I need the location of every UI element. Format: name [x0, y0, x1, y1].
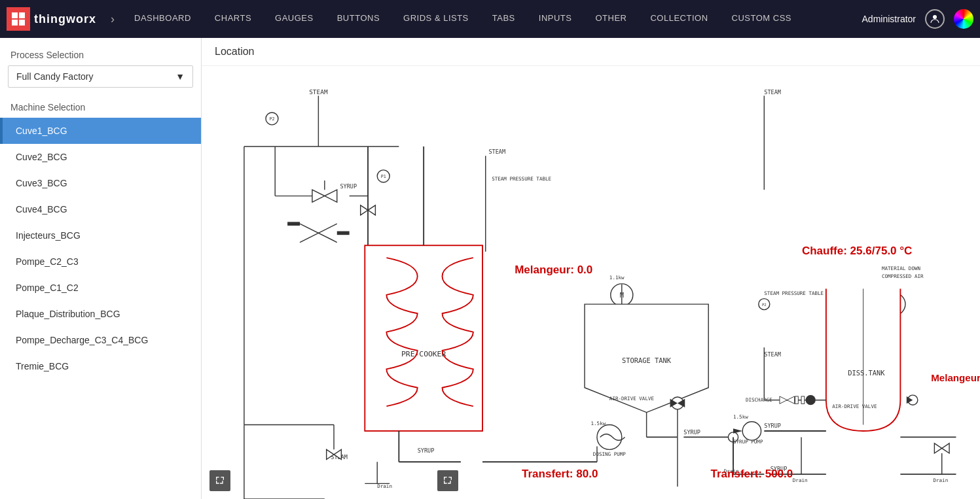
svg-rect-29: [287, 222, 300, 226]
svg-text:Melangeur: 35.0: Melangeur: 35.0: [931, 372, 980, 383]
svg-rect-0: [12, 12, 18, 18]
schematic-container: STEAM P2 SYRUP: [202, 66, 980, 499]
color-wheel-icon[interactable]: [954, 9, 973, 29]
nav-inputs[interactable]: INPUTS: [527, 0, 584, 38]
fullscreen-button-2[interactable]: [437, 470, 458, 491]
svg-text:P2: P2: [762, 303, 767, 307]
sidebar-item-plaque-distrib[interactable]: Plaque_Distribution_BCG: [0, 301, 201, 327]
nav-username: Administrator: [862, 14, 916, 24]
expand-icon-2: [443, 475, 453, 486]
nav-grids-lists[interactable]: GRIDS & LISTS: [391, 0, 481, 38]
svg-text:STEAM: STEAM: [488, 148, 505, 155]
nav-collection[interactable]: COLLECTION: [638, 0, 719, 38]
expand-icon: [215, 475, 225, 486]
svg-text:1.1kw: 1.1kw: [609, 275, 625, 281]
process-dropdown-container: Full Candy Factory ▼: [0, 65, 201, 95]
svg-text:MATERIAL DOWN: MATERIAL DOWN: [882, 266, 921, 271]
svg-rect-1: [19, 12, 25, 18]
svg-text:SYRUP: SYRUP: [418, 447, 435, 454]
svg-text:Transfert: 80.0: Transfert: 80.0: [522, 468, 598, 480]
top-navigation: thingworx › DASHBOARD CHARTS GAUGES BUTT…: [0, 0, 980, 38]
svg-text:1.5kw: 1.5kw: [733, 414, 748, 420]
user-avatar-icon[interactable]: [925, 9, 945, 29]
svg-text:SYRUP: SYRUP: [764, 422, 781, 429]
sidebar-item-tremie-bcg[interactable]: Tremie_BCG: [0, 353, 201, 379]
machine-section-title: Machine Selection: [0, 95, 201, 118]
location-label: Location: [202, 38, 980, 66]
sidebar-item-pompe-c1-c2[interactable]: Pompe_C1_C2: [0, 275, 201, 301]
nav-tabs[interactable]: TABS: [481, 0, 527, 38]
sidebar-item-pompe-c2-c3[interactable]: Pompe_C2_C3: [0, 249, 201, 275]
fullscreen-button[interactable]: [209, 470, 230, 491]
user-icon: [929, 13, 941, 25]
nav-gauges[interactable]: GAUGES: [263, 0, 325, 38]
sidebar-item-pompe-decharge[interactable]: Pompe_Decharge_C3_C4_BCG: [0, 327, 201, 353]
svg-text:Drain: Drain: [933, 477, 948, 483]
process-dropdown[interactable]: Full Candy Factory ▼: [8, 65, 193, 88]
svg-text:AIR-DRIVE VALVE: AIR-DRIVE VALVE: [609, 396, 655, 402]
svg-text:DOSING PUMP: DOSING PUMP: [593, 451, 626, 457]
svg-rect-91: [795, 396, 799, 404]
logo-box: [7, 7, 30, 31]
svg-text:Chauffe: 25.6/75.0 °C: Chauffe: 25.6/75.0 °C: [802, 245, 913, 257]
nav-dashboard[interactable]: DASHBOARD: [122, 0, 203, 38]
svg-rect-2: [12, 20, 18, 26]
sidebar-item-cuve4-bcg[interactable]: Cuve4_BCG: [0, 196, 201, 222]
svg-text:COMPRESSED AIR: COMPRESSED AIR: [882, 273, 924, 279]
svg-text:Transfert: 500.0: Transfert: 500.0: [710, 468, 793, 480]
svg-text:STEAM: STEAM: [309, 88, 328, 95]
svg-text:STORAGE TANK: STORAGE TANK: [622, 356, 672, 364]
svg-text:Drain: Drain: [377, 483, 392, 489]
nav-custom-css[interactable]: CUSTOM CSS: [720, 0, 803, 38]
process-dropdown-value: Full Candy Factory: [16, 71, 93, 82]
svg-point-88: [806, 395, 816, 405]
logo[interactable]: thingworx: [7, 7, 96, 31]
svg-text:PRE-COOKER: PRE-COOKER: [401, 349, 446, 358]
logo-icon: [10, 11, 26, 27]
sidebar-item-cuve3-bcg[interactable]: Cuve3_BCG: [0, 170, 201, 196]
svg-rect-3: [19, 20, 25, 26]
chevron-down-icon: ▼: [175, 71, 185, 82]
svg-point-4: [933, 15, 937, 19]
svg-rect-92: [801, 396, 805, 404]
sidebar-item-cuve1-bcg[interactable]: Cuve1_BCG: [0, 118, 201, 144]
svg-text:Drain: Drain: [793, 477, 808, 483]
content-area: Location STEAM P2: [202, 38, 980, 499]
svg-text:STEAM PRESSURE TABLE: STEAM PRESSURE TABLE: [492, 176, 551, 182]
logo-text: thingworx: [34, 12, 96, 26]
svg-text:AIR-DRIVE VALVE: AIR-DRIVE VALVE: [832, 404, 877, 409]
svg-text:DISS.TANK: DISS.TANK: [848, 369, 885, 377]
sidebar: Process Selection Full Candy Factory ▼ M…: [0, 38, 202, 499]
svg-rect-31: [365, 245, 482, 431]
nav-right: Administrator: [862, 9, 973, 29]
nav-items: DASHBOARD CHARTS GAUGES BUTTONS GRIDS & …: [122, 0, 862, 38]
svg-text:SYRUP: SYRUP: [340, 183, 357, 190]
sidebar-item-injecteurs-bcg[interactable]: Injecteurs_BCG: [0, 222, 201, 249]
process-schematic: STEAM P2 SYRUP: [202, 66, 980, 499]
svg-text:1.5kw: 1.5kw: [591, 421, 606, 426]
svg-text:SYRUP: SYRUP: [683, 429, 700, 436]
nav-buttons[interactable]: BUTTONS: [325, 0, 391, 38]
nav-other[interactable]: OTHER: [583, 0, 638, 38]
svg-text:P1: P1: [381, 174, 386, 179]
svg-text:P2: P2: [269, 116, 274, 122]
nav-separator: ›: [111, 12, 115, 26]
svg-text:STEAM: STEAM: [764, 351, 781, 358]
main-layout: Process Selection Full Candy Factory ▼ M…: [0, 38, 980, 499]
svg-text:STEAM: STEAM: [764, 89, 781, 95]
svg-text:STEAM PRESSURE TABLE: STEAM PRESSURE TABLE: [764, 290, 824, 296]
svg-point-97: [742, 422, 761, 440]
svg-rect-5: [226, 66, 956, 499]
process-section-title: Process Selection: [0, 38, 201, 65]
nav-charts[interactable]: CHARTS: [203, 0, 263, 38]
svg-text:Melangeur: 0.0: Melangeur: 0.0: [515, 264, 592, 276]
svg-rect-30: [337, 232, 350, 235]
sidebar-item-cuve2-bcg[interactable]: Cuve2_BCG: [0, 144, 201, 170]
